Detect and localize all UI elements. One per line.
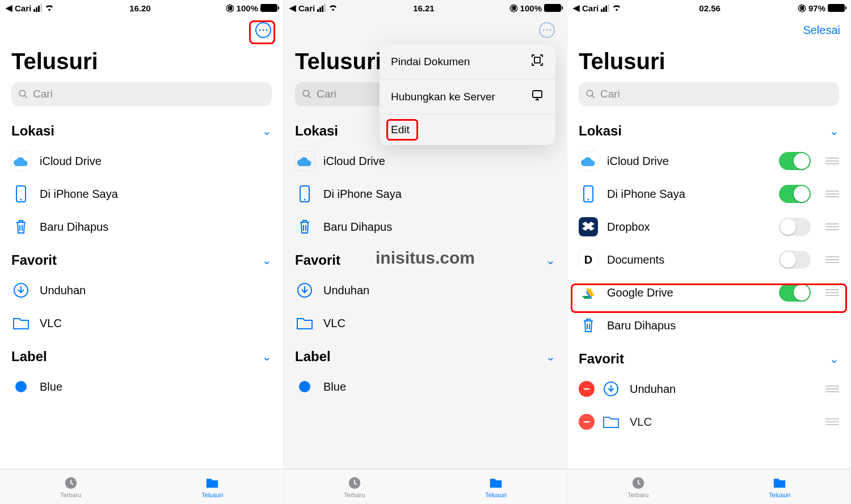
search-input[interactable]: Cari [579,82,839,106]
back-indicator-icon[interactable]: ◀ [573,3,580,13]
back-app-label[interactable]: Cari [298,3,315,13]
documents-icon: D [579,250,598,269]
favorite-vlc: − VLC [567,405,850,438]
tab-recent[interactable]: Terbaru [567,469,709,504]
location-trash[interactable]: Baru Dihapus [0,210,283,243]
phone-icon [579,184,598,204]
more-button[interactable] [254,20,273,40]
section-lokasi-header[interactable]: Lokasi ⌄ [567,114,850,145]
search-placeholder: Cari [33,88,53,100]
location-trash[interactable]: Baru Dihapus [284,210,567,243]
context-menu: Pindai Dokumen Hubungkan ke Server Edit [380,44,555,145]
section-label-header[interactable]: Label ⌄ [284,340,567,370]
back-app-label[interactable]: Cari [15,3,31,13]
nav-bar: Selesai [567,16,850,44]
drag-handle[interactable] [825,289,839,296]
chevron-down-icon: ⌄ [262,253,272,267]
back-indicator-icon[interactable]: ◀ [6,3,12,13]
toggle-gdrive[interactable] [779,283,811,302]
svg-rect-20 [533,91,542,98]
chevron-down-icon: ⌄ [546,253,555,267]
location-iphone: Di iPhone Saya [567,177,850,210]
clock: 16.20 [129,3,151,13]
svg-line-23 [592,95,595,98]
section-lokasi-header[interactable]: Lokasi ⌄ [0,114,283,145]
status-bar: ◀ Cari 16.20 ㊝ 100% [0,0,283,16]
google-drive-icon [579,283,598,302]
chevron-down-icon: ⌄ [262,350,272,363]
tab-recent[interactable]: Terbaru [284,469,426,504]
signal-icon [33,4,42,12]
battery-icon [544,4,561,12]
favorite-downloads[interactable]: Unduhan [284,274,567,307]
phone-screen-1: ◀ Cari 16.20 ㊝ 100% Telusuri Cari Lokasi… [0,0,284,504]
wifi-icon [44,3,54,13]
favorite-downloads[interactable]: Unduhan [0,274,283,307]
menu-connect-server[interactable]: Hubungkan ke Server [380,79,555,115]
menu-edit[interactable]: Edit [380,115,555,145]
remove-button[interactable]: − [579,414,595,430]
tag-blue[interactable]: Blue [0,370,283,403]
page-title: Telusuri [0,44,283,80]
drag-handle[interactable] [825,256,839,263]
tab-bar: Terbaru Telusuri [284,469,567,504]
tab-recent[interactable]: Terbaru [0,469,142,504]
phone-screen-2: ◀ Cari 16.21 ㊝ 100% Telusuri Cari Lokasi… [284,0,567,504]
location-iphone[interactable]: Di iPhone Saya [0,177,283,210]
page-title: Telusuri [567,44,850,80]
clock-icon [63,476,79,490]
tag-blue[interactable]: Blue [284,370,567,403]
location-iphone[interactable]: Di iPhone Saya [284,177,567,210]
more-button[interactable] [537,20,557,40]
tab-browse[interactable]: Telusuri [426,469,567,504]
section-label-header[interactable]: Label ⌄ [0,340,283,370]
location-dropbox: Dropbox [567,210,850,243]
clock-icon [630,476,646,490]
svg-point-4 [19,90,26,96]
back-indicator-icon[interactable]: ◀ [289,3,296,13]
orientation-lock-icon: ㊝ [226,3,234,14]
remove-button[interactable]: − [579,381,595,397]
svg-point-12 [546,29,547,31]
favorite-vlc[interactable]: VLC [284,307,567,340]
location-icloud: iCloud Drive [567,145,850,177]
drag-handle[interactable] [825,190,839,197]
phone-icon [11,184,31,204]
battery-percent: 97% [808,3,825,13]
menu-scan-documents[interactable]: Pindai Dokumen [380,44,555,79]
tab-browse[interactable]: Telusuri [142,469,284,504]
favorite-vlc[interactable]: VLC [0,307,283,340]
location-icloud[interactable]: iCloud Drive [0,145,283,177]
favorite-downloads: − Unduhan [567,372,850,405]
location-documents: D Documents [567,243,850,276]
orientation-lock-icon: ㊝ [798,3,806,14]
signal-icon [317,4,326,12]
section-favorit-header[interactable]: Favorit ⌄ [567,342,850,372]
done-button[interactable]: Selesai [803,24,840,37]
drag-handle[interactable] [825,386,839,392]
phone-screen-3: ◀ Cari 02.56 ㊝ 97% Selesai Telusuri Cari… [567,0,851,504]
location-icloud[interactable]: iCloud Drive [284,145,567,177]
tab-browse[interactable]: Telusuri [709,469,851,504]
back-app-label[interactable]: Cari [582,3,599,13]
search-input[interactable]: Cari [11,82,272,106]
drag-handle[interactable] [825,418,839,425]
icloud-icon [11,151,31,171]
toggle-iphone[interactable] [779,185,811,203]
scan-icon [530,53,544,70]
svg-point-11 [542,29,544,31]
folder-icon [204,476,220,490]
folder-icon [295,314,314,333]
toggle-icloud[interactable] [779,152,811,170]
battery-icon [828,4,845,12]
toggle-dropbox[interactable] [779,218,811,236]
drag-handle[interactable] [825,223,839,230]
drag-handle[interactable] [825,158,839,164]
trash-icon [11,217,31,236]
location-trash[interactable]: Baru Dihapus [567,309,850,342]
toggle-documents[interactable] [779,251,811,269]
icloud-icon [579,151,598,171]
svg-rect-19 [534,57,540,63]
section-favorit-header[interactable]: Favorit ⌄ [284,243,567,274]
section-favorit-header[interactable]: Favorit ⌄ [0,243,283,274]
